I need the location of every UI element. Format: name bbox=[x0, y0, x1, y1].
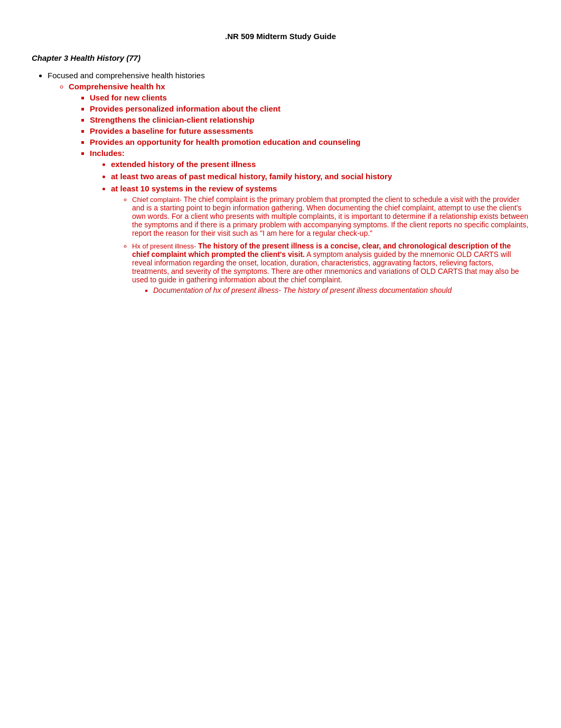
hx-present-illness-item: Hx of present illness- The history of th… bbox=[132, 242, 529, 294]
documentation-label: Documentation of hx of present illness- … bbox=[153, 286, 452, 294]
hx-label: Hx of present illness- bbox=[132, 242, 198, 250]
comprehensive-hx-item: Comprehensive health hx Used for new cli… bbox=[69, 82, 529, 294]
chief-complaint-item: Chief complaint- The chief complaint is … bbox=[132, 195, 529, 237]
chief-complaint-label: Chief complaint- bbox=[132, 196, 184, 204]
chapter-title: Chapter 3 Health History (77) bbox=[32, 53, 529, 62]
bullet-includes: Includes: extended history of the presen… bbox=[90, 149, 529, 294]
includes-text-1: extended history of the present illness bbox=[111, 160, 256, 169]
bullet-baseline: Provides a baseline for future assessmen… bbox=[90, 126, 529, 135]
circle-list: Comprehensive health hx Used for new cli… bbox=[69, 82, 529, 294]
top-level-list: Focused and comprehensive health histori… bbox=[48, 71, 529, 294]
includes-list: extended history of the present illness … bbox=[111, 160, 529, 294]
square-list: Used for new clients Provides personaliz… bbox=[90, 93, 529, 294]
top-bullet-item: Focused and comprehensive health histori… bbox=[48, 71, 529, 294]
includes-text-2: at least two areas of past medical histo… bbox=[111, 172, 392, 181]
page-wrapper: .NR 509 Midterm Study Guide Chapter 3 He… bbox=[32, 32, 529, 294]
bullet-text-4: Provides a baseline for future assessmen… bbox=[90, 126, 253, 135]
documentation-list: Documentation of hx of present illness- … bbox=[153, 286, 529, 294]
bullet-text-3: Strengthens the clinician-client relatio… bbox=[90, 115, 255, 124]
includes-item-3: at least 10 systems in the review of sys… bbox=[111, 184, 529, 294]
documentation-item: Documentation of hx of present illness- … bbox=[153, 286, 529, 294]
includes-text-3: at least 10 systems in the review of sys… bbox=[111, 184, 277, 193]
includes-item-2: at least two areas of past medical histo… bbox=[111, 172, 529, 181]
includes-label: Includes: bbox=[90, 149, 125, 158]
bullet-text-1: Used for new clients bbox=[90, 93, 167, 102]
bullet-health-promotion: Provides an opportunity for health promo… bbox=[90, 137, 529, 146]
bullet-personalized-info: Provides personalized information about … bbox=[90, 104, 529, 113]
bullet-text-2: Provides personalized information about … bbox=[90, 104, 280, 113]
chief-complaint-text: The chief complaint is the primary probl… bbox=[132, 195, 528, 237]
bullet-used-new-clients: Used for new clients bbox=[90, 93, 529, 102]
page-title: .NR 509 Midterm Study Guide bbox=[32, 32, 529, 41]
bullet-strengthens: Strengthens the clinician-client relatio… bbox=[90, 115, 529, 124]
circle-sub-list: Chief complaint- The chief complaint is … bbox=[132, 195, 529, 294]
comprehensive-hx-label: Comprehensive health hx bbox=[69, 82, 165, 91]
bullet-text-5: Provides an opportunity for health promo… bbox=[90, 137, 361, 146]
includes-item-1: extended history of the present illness bbox=[111, 160, 529, 169]
